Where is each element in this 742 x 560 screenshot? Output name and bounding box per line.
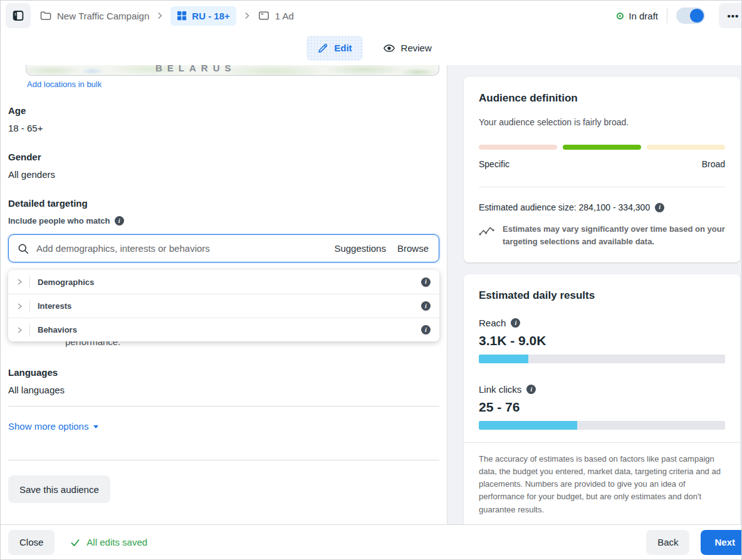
search-icon bbox=[18, 243, 29, 254]
adset-grid-icon bbox=[177, 11, 187, 21]
languages-value: All languages bbox=[8, 385, 447, 395]
breadcrumb-adset-label: RU - 18+ bbox=[192, 11, 229, 21]
location-map[interactable]: BELARUS bbox=[26, 65, 439, 76]
breadcrumb-adset[interactable]: RU - 18+ bbox=[170, 6, 236, 26]
pencil-icon bbox=[317, 43, 328, 54]
gauge-specific-label: Specific bbox=[479, 159, 509, 169]
link-clicks-bar bbox=[479, 421, 725, 430]
targeting-search-box: Suggestions Browse bbox=[8, 234, 439, 262]
gauge-segment-specific bbox=[479, 145, 557, 150]
top-bar-right: In draft ••• bbox=[617, 3, 741, 28]
chevron-right-icon bbox=[243, 11, 251, 20]
age-label: Age bbox=[8, 105, 447, 116]
folder-icon bbox=[39, 9, 52, 22]
link-clicks-bar-fill bbox=[479, 421, 577, 430]
add-locations-bulk-link[interactable]: Add locations in bulk bbox=[27, 80, 102, 89]
dropdown-row-behaviors[interactable]: Behaviors bbox=[8, 318, 439, 341]
eye-icon bbox=[383, 42, 395, 54]
show-more-options-link[interactable]: Show more options bbox=[8, 421, 98, 432]
estimated-size-row: Estimated audience size: 284,100 - 334,3… bbox=[479, 202, 725, 212]
ads-manager-window: New Traffic Campaign RU - 18+ 1 Ad bbox=[0, 0, 742, 560]
edit-pane: BELARUS Add locations in bulk Age 18 - 6… bbox=[1, 65, 447, 524]
info-icon[interactable] bbox=[655, 203, 664, 212]
detailed-targeting-label: Detailed targeting bbox=[8, 198, 447, 209]
browse-link[interactable]: Browse bbox=[397, 243, 429, 254]
footer-bar: Close All edits saved Back Next bbox=[1, 524, 741, 559]
audience-definition-subtitle: Your audience selection is fairly broad. bbox=[479, 117, 725, 127]
audience-gauge bbox=[479, 145, 725, 150]
link-clicks-value: 25 - 76 bbox=[479, 400, 725, 415]
back-button[interactable]: Back bbox=[646, 530, 689, 555]
breadcrumb-ad[interactable]: 1 Ad bbox=[258, 9, 294, 22]
map-country-label: BELARUS bbox=[155, 65, 236, 73]
top-bar: New Traffic Campaign RU - 18+ 1 Ad bbox=[1, 1, 741, 31]
review-tab-label: Review bbox=[401, 43, 432, 53]
dropdown-row-interests[interactable]: Interests bbox=[8, 294, 439, 318]
divider bbox=[29, 300, 30, 313]
saved-indicator: All edits saved bbox=[70, 537, 147, 548]
audience-definition-card: Audience definition Your audience select… bbox=[464, 77, 740, 262]
gender-value: All genders bbox=[8, 169, 447, 180]
reach-label-row: Reach bbox=[479, 318, 725, 328]
caret-down-icon bbox=[93, 425, 98, 428]
gauge-labels: Specific Broad bbox=[479, 159, 725, 169]
audience-definition-title: Audience definition bbox=[479, 92, 725, 105]
targeting-dropdown: Demographics Interests Behavio bbox=[8, 270, 439, 341]
divider bbox=[464, 442, 740, 443]
chevron-right-icon bbox=[155, 11, 164, 20]
estimated-daily-results-card: Estimated daily results Reach 3.1K - 9.0… bbox=[464, 274, 740, 524]
edit-tab[interactable]: Edit bbox=[306, 36, 362, 61]
reach-bar bbox=[479, 355, 725, 363]
edit-tab-label: Edit bbox=[334, 43, 352, 53]
gender-label: Gender bbox=[8, 152, 447, 162]
publish-toggle[interactable] bbox=[676, 8, 705, 24]
show-more-options-label: Show more options bbox=[8, 421, 88, 432]
draft-status-label: In draft bbox=[629, 11, 658, 21]
reach-label: Reach bbox=[479, 318, 506, 328]
breadcrumb-campaign-label: New Traffic Campaign bbox=[57, 11, 149, 21]
include-match-label: Include people who match bbox=[8, 216, 110, 226]
reach-value: 3.1K - 9.0K bbox=[479, 333, 725, 348]
gauge-segment-current bbox=[563, 145, 641, 150]
trend-line-icon bbox=[479, 225, 495, 237]
info-icon[interactable] bbox=[115, 216, 124, 226]
suggestions-link[interactable]: Suggestions bbox=[334, 243, 386, 254]
chevron-right-icon bbox=[14, 325, 24, 335]
insights-pane: Audience definition Your audience select… bbox=[447, 65, 741, 524]
info-icon[interactable] bbox=[511, 318, 520, 328]
breadcrumb-campaign[interactable]: New Traffic Campaign bbox=[39, 9, 149, 22]
dropdown-row-label: Behaviors bbox=[38, 325, 77, 334]
close-button[interactable]: Close bbox=[8, 530, 55, 555]
divider bbox=[8, 406, 439, 407]
saved-indicator-label: All edits saved bbox=[86, 537, 147, 547]
info-icon[interactable] bbox=[421, 301, 431, 311]
targeting-search-input[interactable] bbox=[35, 242, 323, 254]
info-icon[interactable] bbox=[421, 277, 431, 287]
sidebar-toggle-button[interactable] bbox=[6, 3, 31, 28]
estimates-note: Estimates may vary significantly over ti… bbox=[479, 223, 725, 247]
dropdown-row-label: Demographics bbox=[38, 277, 94, 287]
divider bbox=[8, 460, 439, 460]
divider bbox=[29, 276, 30, 288]
next-button[interactable]: Next bbox=[701, 530, 741, 555]
chevron-right-icon bbox=[14, 301, 24, 311]
link-clicks-label: Link clicks bbox=[479, 384, 521, 395]
estimated-size-text: Estimated audience size: 284,100 - 334,3… bbox=[479, 202, 650, 212]
divider bbox=[479, 187, 725, 187]
info-icon[interactable] bbox=[421, 325, 431, 334]
estimates-note-text: Estimates may vary significantly over ti… bbox=[503, 223, 725, 247]
main-area: BELARUS Add locations in bulk Age 18 - 6… bbox=[1, 65, 741, 524]
estimates-disclaimer: The accuracy of estimates is based on fa… bbox=[479, 453, 725, 524]
sidebar-collapse-icon bbox=[12, 9, 24, 22]
breadcrumb-ad-label: 1 Ad bbox=[275, 11, 294, 21]
review-tab[interactable]: Review bbox=[379, 36, 436, 61]
save-audience-button[interactable]: Save this audience bbox=[8, 475, 110, 503]
more-options-button[interactable]: ••• bbox=[719, 3, 741, 28]
breadcrumb: New Traffic Campaign RU - 18+ 1 Ad bbox=[39, 6, 294, 26]
age-value: 18 - 65+ bbox=[8, 123, 447, 133]
dropdown-row-label: Interests bbox=[38, 301, 71, 311]
daily-results-title: Estimated daily results bbox=[479, 289, 725, 302]
info-icon[interactable] bbox=[526, 385, 536, 394]
ad-frame-icon bbox=[258, 9, 270, 22]
dropdown-row-demographics[interactable]: Demographics bbox=[8, 270, 439, 294]
